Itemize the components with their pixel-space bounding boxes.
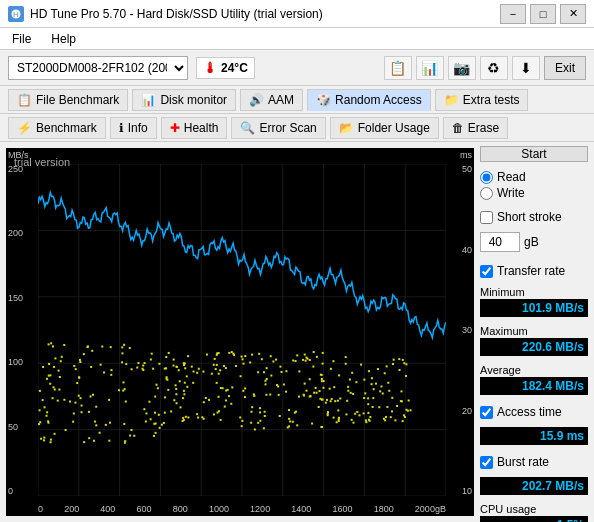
tab-disk-monitor[interactable]: 📊 Disk monitor bbox=[132, 89, 236, 111]
tab-folder-usage-label: Folder Usage bbox=[358, 121, 430, 135]
app-icon: H bbox=[8, 6, 24, 22]
temperature-value: 24°C bbox=[221, 61, 248, 75]
access-time-value: 15.9 ms bbox=[480, 427, 588, 445]
title-bar: H HD Tune Pro 5.70 - Hard Disk/SSD Utili… bbox=[0, 0, 594, 28]
tab-file-benchmark[interactable]: 📋 File Benchmark bbox=[8, 89, 128, 111]
nav-tabs-row2: ⚡ Benchmark ℹ Info ✚ Health 🔍 Error Scan… bbox=[0, 114, 594, 142]
minimum-label: Minimum bbox=[480, 286, 588, 298]
write-label: Write bbox=[497, 186, 525, 200]
toolbar: ST2000DM008-2FR102 (2000 gB) 🌡 24°C 📋 📊 … bbox=[0, 50, 594, 86]
tab-random-access-label: Random Access bbox=[335, 93, 422, 107]
file-benchmark-icon: 📋 bbox=[17, 93, 32, 107]
folder-usage-icon: 📂 bbox=[339, 121, 354, 135]
access-time-stat: 15.9 ms bbox=[480, 427, 588, 445]
menu-bar: File Help bbox=[0, 28, 594, 50]
chart-icon[interactable]: 📊 bbox=[416, 56, 444, 80]
minimum-value: 101.9 MB/s bbox=[480, 299, 588, 317]
access-time-checkbox-label[interactable]: Access time bbox=[480, 405, 588, 419]
tab-random-access[interactable]: 🎲 Random Access bbox=[307, 89, 431, 111]
exit-button[interactable]: Exit bbox=[544, 56, 586, 80]
temperature-badge: 🌡 24°C bbox=[196, 57, 255, 79]
tab-health[interactable]: ✚ Health bbox=[161, 117, 228, 139]
tab-file-benchmark-label: File Benchmark bbox=[36, 93, 119, 107]
toolbar-icons: 📋 📊 📷 ♻ ⬇ Exit bbox=[384, 56, 586, 80]
menu-file[interactable]: File bbox=[8, 30, 35, 48]
burst-rate-value: 202.7 MB/s bbox=[480, 477, 588, 495]
short-stroke-checkbox[interactable] bbox=[480, 211, 493, 224]
y-right-labels: 5040302010 bbox=[462, 164, 472, 496]
read-label: Read bbox=[497, 170, 526, 184]
burst-rate-label: Burst rate bbox=[497, 455, 549, 469]
nav-tabs-row1: 📋 File Benchmark 📊 Disk monitor 🔊 AAM 🎲 … bbox=[0, 86, 594, 114]
maximum-value: 220.6 MB/s bbox=[480, 338, 588, 356]
tab-benchmark-label: Benchmark bbox=[36, 121, 97, 135]
tab-erase[interactable]: 🗑 Erase bbox=[443, 117, 508, 139]
thermometer-icon: 🌡 bbox=[203, 60, 217, 76]
average-value: 182.4 MB/s bbox=[480, 377, 588, 395]
gb-spinner[interactable] bbox=[480, 232, 520, 252]
cpu-usage-label: CPU usage bbox=[480, 503, 588, 515]
transfer-rate-checkbox[interactable] bbox=[480, 265, 493, 278]
y-left-labels: 250200150100500 bbox=[8, 164, 23, 496]
average-label: Average bbox=[480, 364, 588, 376]
tab-extra-tests[interactable]: 📁 Extra tests bbox=[435, 89, 529, 111]
cpu-stat: CPU usage 1.5% bbox=[480, 503, 588, 522]
tab-folder-usage[interactable]: 📂 Folder Usage bbox=[330, 117, 439, 139]
burst-rate-stat: 202.7 MB/s bbox=[480, 477, 588, 495]
window-controls: − □ ✕ bbox=[500, 4, 586, 24]
tab-aam[interactable]: 🔊 AAM bbox=[240, 89, 303, 111]
read-radio-label[interactable]: Read bbox=[480, 170, 588, 184]
write-radio[interactable] bbox=[480, 187, 493, 200]
spin-row: gB bbox=[480, 232, 588, 252]
tab-aam-label: AAM bbox=[268, 93, 294, 107]
refresh-icon[interactable]: ♻ bbox=[480, 56, 508, 80]
extra-tests-icon: 📁 bbox=[444, 93, 459, 107]
benchmark-icon: ⚡ bbox=[17, 121, 32, 135]
title-bar-left: H HD Tune Pro 5.70 - Hard Disk/SSD Utili… bbox=[8, 6, 323, 22]
minimize-button[interactable]: − bbox=[500, 4, 526, 24]
x-axis-labels: 0200400600800100012001400160018002000gB bbox=[38, 504, 446, 514]
tab-extra-tests-label: Extra tests bbox=[463, 93, 520, 107]
tab-info-label: Info bbox=[128, 121, 148, 135]
read-radio[interactable] bbox=[480, 171, 493, 184]
tab-disk-monitor-label: Disk monitor bbox=[160, 93, 227, 107]
cpu-usage-value: 1.5% bbox=[480, 516, 588, 522]
tab-erase-label: Erase bbox=[468, 121, 499, 135]
access-time-checkbox[interactable] bbox=[480, 406, 493, 419]
right-panel: Start Read Write Short stroke gB Transfe… bbox=[474, 142, 594, 522]
tab-health-label: Health bbox=[184, 121, 219, 135]
tab-benchmark[interactable]: ⚡ Benchmark bbox=[8, 117, 106, 139]
error-scan-icon: 🔍 bbox=[240, 121, 255, 135]
read-write-radio-group: Read Write bbox=[480, 170, 588, 200]
info-icon: ℹ bbox=[119, 121, 124, 135]
chart-area: trial version MB/s ms 020040060080010001… bbox=[6, 148, 474, 516]
average-stat: Average 182.4 MB/s bbox=[480, 364, 588, 395]
close-button[interactable]: ✕ bbox=[560, 4, 586, 24]
drive-select[interactable]: ST2000DM008-2FR102 (2000 gB) bbox=[8, 56, 188, 80]
maximum-label: Maximum bbox=[480, 325, 588, 337]
short-stroke-label: Short stroke bbox=[497, 210, 562, 224]
start-button[interactable]: Start bbox=[480, 146, 588, 162]
maximize-button[interactable]: □ bbox=[530, 4, 556, 24]
menu-help[interactable]: Help bbox=[47, 30, 80, 48]
camera-icon[interactable]: 📷 bbox=[448, 56, 476, 80]
access-time-label: Access time bbox=[497, 405, 562, 419]
svg-text:H: H bbox=[13, 10, 19, 19]
burst-rate-checkbox-label[interactable]: Burst rate bbox=[480, 455, 588, 469]
erase-icon: 🗑 bbox=[452, 121, 464, 135]
copy-icon[interactable]: 📋 bbox=[384, 56, 412, 80]
short-stroke-checkbox-label[interactable]: Short stroke bbox=[480, 210, 588, 224]
burst-rate-checkbox[interactable] bbox=[480, 456, 493, 469]
gb-unit-label: gB bbox=[524, 235, 539, 249]
main-content: trial version MB/s ms 020040060080010001… bbox=[0, 142, 594, 522]
write-radio-label[interactable]: Write bbox=[480, 186, 588, 200]
tab-error-scan[interactable]: 🔍 Error Scan bbox=[231, 117, 325, 139]
download-icon[interactable]: ⬇ bbox=[512, 56, 540, 80]
disk-monitor-icon: 📊 bbox=[141, 93, 156, 107]
transfer-rate-checkbox-label[interactable]: Transfer rate bbox=[480, 264, 588, 278]
window-title: HD Tune Pro 5.70 - Hard Disk/SSD Utility… bbox=[30, 7, 323, 21]
maximum-stat: Maximum 220.6 MB/s bbox=[480, 325, 588, 356]
health-icon: ✚ bbox=[170, 121, 180, 135]
tab-info[interactable]: ℹ Info bbox=[110, 117, 157, 139]
transfer-rate-label: Transfer rate bbox=[497, 264, 565, 278]
